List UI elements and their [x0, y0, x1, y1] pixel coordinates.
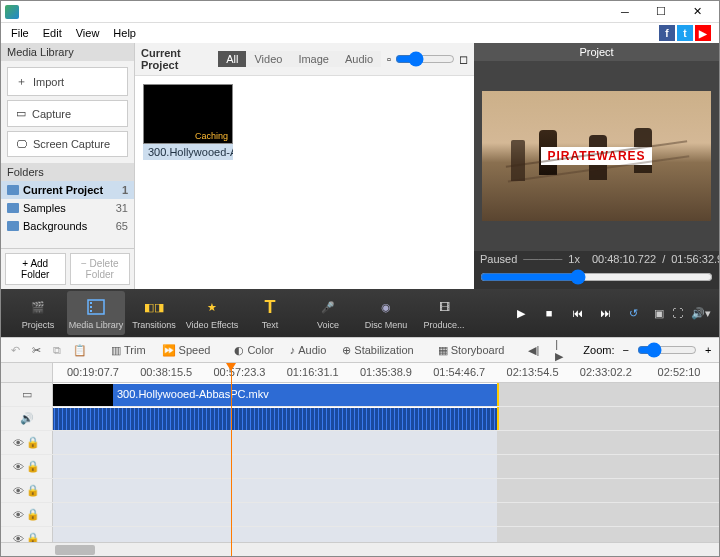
color-label: Color	[247, 344, 273, 356]
playback-status: Paused	[480, 253, 517, 265]
delete-folder-button[interactable]: − Delete Folder	[70, 253, 131, 285]
ruler-mark: 01:16:31.1	[287, 366, 339, 378]
folder-name: Current Project	[23, 184, 103, 196]
speed-button[interactable]: ⏩Speed	[158, 342, 215, 359]
ruler-mark: 01:54:46.7	[433, 366, 485, 378]
play-button[interactable]: ▶	[512, 307, 530, 320]
stabilize-icon: ⊕	[342, 344, 351, 357]
lock-icon[interactable]: 🔒	[26, 484, 40, 497]
eye-icon[interactable]: 👁	[13, 437, 24, 449]
eye-icon[interactable]: 👁	[13, 485, 24, 497]
undo-button[interactable]: ↶	[7, 342, 24, 359]
stab-label: Stabilization	[354, 344, 413, 356]
split-left-icon[interactable]: ◀|	[524, 342, 543, 359]
lock-icon[interactable]: 🔒	[26, 508, 40, 521]
zoom-out-icon[interactable]: −	[623, 344, 629, 356]
folder-name: Backgrounds	[23, 220, 87, 232]
stabilization-button[interactable]: ⊕Stabilization	[338, 342, 417, 359]
menu-help[interactable]: Help	[107, 25, 142, 41]
storyboard-button[interactable]: ▦Storyboard	[434, 342, 509, 359]
filter-image[interactable]: Image	[290, 51, 337, 67]
watermark: PIRATEWARES	[541, 147, 651, 165]
video-clip[interactable]: 300.Hollywooed-AbbasPC.mkv	[53, 384, 497, 406]
timeline-scrollbar[interactable]	[1, 542, 719, 556]
trim-button[interactable]: ▥Trim	[107, 342, 150, 359]
audio-track[interactable]: 🔊	[1, 407, 719, 431]
fullscreen-icon[interactable]: ⛶	[672, 307, 683, 320]
project-bin: Current Project All Video Image Audio ▫ …	[135, 43, 474, 289]
folder-backgrounds[interactable]: Backgrounds 65	[1, 217, 134, 235]
eye-icon[interactable]: 👁	[13, 533, 24, 543]
lock-icon[interactable]: 🔒	[26, 436, 40, 449]
prev-frame-button[interactable]: ⏮	[568, 307, 586, 319]
mode-voice[interactable]: 🎤 Voice	[299, 291, 357, 335]
timeline-ruler[interactable]: 00:19:07.7 00:38:15.5 00:57:23.3 01:16:3…	[53, 363, 719, 382]
clapperboard-icon: 🎬	[27, 296, 49, 318]
mode-projects[interactable]: 🎬 Projects	[9, 291, 67, 335]
cut-button[interactable]: ✂	[28, 342, 45, 359]
thumb-size-slider[interactable]	[395, 51, 455, 67]
facebook-icon[interactable]: f	[659, 25, 675, 41]
audio-clip[interactable]	[53, 408, 497, 430]
folder-current-project[interactable]: Current Project 1	[1, 181, 134, 199]
thumb-large-icon[interactable]: ◻	[459, 53, 468, 66]
preview-scrubber[interactable]	[480, 269, 713, 285]
mode-label: Text	[262, 320, 279, 330]
copy-button[interactable]: ⧉	[49, 342, 65, 359]
scrollbar-thumb[interactable]	[55, 545, 95, 555]
loop-button[interactable]: ↺	[624, 307, 642, 320]
edit-toolbar: ↶ ✂ ⧉ 📋 ▥Trim ⏩Speed ◐Color ♪Audio ⊕Stab…	[1, 337, 719, 363]
thumb-small-icon[interactable]: ▫	[387, 53, 391, 65]
screen-capture-button[interactable]: 🖵 Screen Capture	[7, 131, 128, 157]
preview-frame[interactable]: PIRATEWARES	[482, 91, 711, 221]
mode-video-effects[interactable]: ★ Video Effects	[183, 291, 241, 335]
filter-audio[interactable]: Audio	[337, 51, 381, 67]
color-button[interactable]: ◐Color	[230, 342, 277, 359]
folder-samples[interactable]: Samples 31	[1, 199, 134, 217]
mode-media-library[interactable]: Media Library	[67, 291, 125, 335]
mode-text[interactable]: T Text	[241, 291, 299, 335]
overlay-track-2[interactable]: 👁🔒	[1, 455, 719, 479]
zoom-in-icon[interactable]: +	[705, 344, 711, 356]
video-track[interactable]: ▭ 300.Hollywooed-AbbasPC.mkv	[1, 383, 719, 407]
menu-edit[interactable]: Edit	[37, 25, 68, 41]
next-frame-button[interactable]: ⏭	[596, 307, 614, 319]
snapshot-icon[interactable]: ▣	[654, 307, 664, 320]
mode-transitions[interactable]: ◧◨ Transitions	[125, 291, 183, 335]
speed-label: Speed	[179, 344, 211, 356]
eye-icon[interactable]: 👁	[13, 509, 24, 521]
eye-icon[interactable]: 👁	[13, 461, 24, 473]
split-right-icon[interactable]: |▶	[551, 336, 567, 365]
mode-disc-menu[interactable]: ◉ Disc Menu	[357, 291, 415, 335]
audio-button[interactable]: ♪Audio	[286, 342, 331, 358]
maximize-button[interactable]: ☐	[643, 2, 679, 22]
speaker-icon: 🔊	[20, 412, 34, 425]
music-track[interactable]: 👁🔒	[1, 503, 719, 527]
paste-button[interactable]: 📋	[69, 342, 91, 359]
text-track[interactable]: 👁🔒	[1, 479, 719, 503]
menu-file[interactable]: File	[5, 25, 35, 41]
youtube-icon[interactable]: ▶	[695, 25, 711, 41]
voice-track[interactable]: 👁🔒	[1, 527, 719, 542]
preview-header: Project	[474, 43, 719, 61]
lock-icon[interactable]: 🔒	[26, 532, 40, 542]
clip-name: 300.Hollywooed-Abb...	[148, 146, 233, 158]
stop-button[interactable]: ■	[540, 307, 558, 319]
overlay-track-1[interactable]: 👁🔒	[1, 431, 719, 455]
import-button[interactable]: ＋ Import	[7, 67, 128, 96]
volume-icon[interactable]: 🔊▾	[691, 307, 711, 320]
zoom-slider[interactable]	[637, 342, 697, 358]
mode-produce[interactable]: 🎞 Produce...	[415, 291, 473, 335]
playhead[interactable]	[231, 363, 232, 556]
menu-view[interactable]: View	[70, 25, 106, 41]
close-button[interactable]: ✕	[679, 2, 715, 22]
twitter-icon[interactable]: t	[677, 25, 693, 41]
add-folder-button[interactable]: + Add Folder	[5, 253, 66, 285]
filter-video[interactable]: Video	[246, 51, 290, 67]
transitions-icon: ◧◨	[143, 296, 165, 318]
filter-all[interactable]: All	[218, 51, 246, 67]
minimize-button[interactable]: ─	[607, 2, 643, 22]
lock-icon[interactable]: 🔒	[26, 460, 40, 473]
clip-thumbnail[interactable]: Caching 300.Hollywooed-Abb...	[143, 84, 233, 160]
capture-button[interactable]: ▭ Capture	[7, 100, 128, 127]
